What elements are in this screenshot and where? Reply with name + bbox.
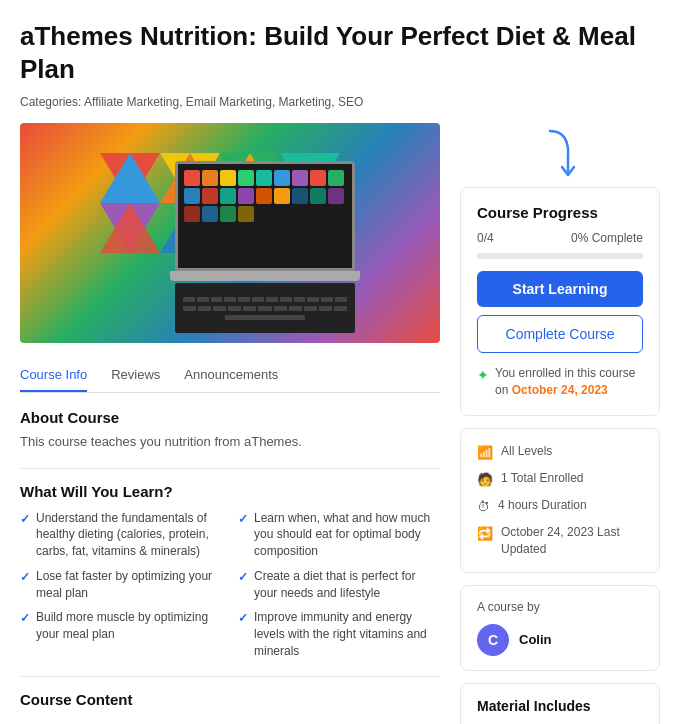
page-title: aThemes Nutrition: Build Your Perfect Di… [20, 20, 660, 85]
categories-row: Categories: Affiliate Marketing, Email M… [20, 95, 660, 109]
meta-icon: 🔁 [477, 525, 493, 543]
meta-item: ⏱4 hours Duration [477, 497, 643, 516]
categories-values: Affiliate Marketing, Email Marketing, Ma… [84, 95, 363, 109]
author-card: A course by C Colin [460, 585, 660, 671]
divider-1 [20, 468, 440, 469]
tab-reviews[interactable]: Reviews [111, 359, 160, 392]
arrow-decoration [460, 123, 660, 183]
tab-course-info[interactable]: Course Info [20, 359, 87, 392]
tab-announcements[interactable]: Announcements [184, 359, 278, 392]
author-avatar: C [477, 624, 509, 656]
materials-card: Material Includes 4 hours on-demand vide… [460, 683, 660, 724]
meta-text: 1 Total Enrolled [501, 470, 584, 487]
enrolled-icon: ✦ [477, 366, 489, 386]
content-area: Course Info Reviews Announcements About … [20, 123, 440, 708]
categories-label: Categories: [20, 95, 81, 109]
progress-title: Course Progress [477, 204, 643, 221]
sidebar: Course Progress 0/4 0% Complete Start Le… [460, 123, 660, 724]
learn-title: What Will You Learn? [20, 483, 440, 500]
learn-item: Improve immunity and energy levels with … [238, 609, 440, 659]
author-name: Colin [519, 632, 552, 647]
learn-item: Lose fat faster by optimizing your meal … [20, 568, 222, 602]
meta-icon: ⏱ [477, 498, 490, 516]
meta-text: October 24, 2023 Last Updated [501, 524, 643, 558]
meta-item: 📶All Levels [477, 443, 643, 462]
learn-item: Learn when, what and how much you should… [238, 510, 440, 560]
meta-icon: 📶 [477, 444, 493, 462]
materials-title: Material Includes [477, 698, 643, 714]
author-label: A course by [477, 600, 643, 614]
course-image [20, 123, 440, 343]
enrolled-text: ✦ You enrolled in this course on October… [477, 365, 643, 399]
about-title: About Course [20, 409, 440, 426]
complete-course-button[interactable]: Complete Course [477, 315, 643, 353]
progress-card: Course Progress 0/4 0% Complete Start Le… [460, 187, 660, 416]
course-content-title: Course Content [20, 691, 440, 708]
start-learning-button[interactable]: Start Learning [477, 271, 643, 307]
meta-item: 🧑1 Total Enrolled [477, 470, 643, 489]
progress-bar-row: 0/4 0% Complete [477, 231, 643, 245]
meta-text: 4 hours Duration [498, 497, 587, 514]
progress-fraction: 0/4 [477, 231, 494, 245]
learn-item: Understand the fundamentals of healthy d… [20, 510, 222, 560]
meta-card: 📶All Levels🧑1 Total Enrolled⏱4 hours Dur… [460, 428, 660, 573]
meta-text: All Levels [501, 443, 552, 460]
meta-item: 🔁October 24, 2023 Last Updated [477, 524, 643, 558]
learn-item: Build more muscle by optimizing your mea… [20, 609, 222, 659]
progress-percent: 0% Complete [571, 231, 643, 245]
divider-2 [20, 676, 440, 677]
author-row: C Colin [477, 624, 643, 656]
meta-icon: 🧑 [477, 471, 493, 489]
learn-grid: Understand the fundamentals of healthy d… [20, 510, 440, 660]
tabs-nav: Course Info Reviews Announcements [20, 359, 440, 393]
enrolled-message: You enrolled in this course on October 2… [495, 365, 643, 399]
progress-bar-bg [477, 253, 643, 259]
enrolled-date: October 24, 2023 [512, 383, 608, 397]
about-text: This course teaches you nutrition from a… [20, 432, 440, 452]
learn-item: Create a diet that is perfect for your n… [238, 568, 440, 602]
